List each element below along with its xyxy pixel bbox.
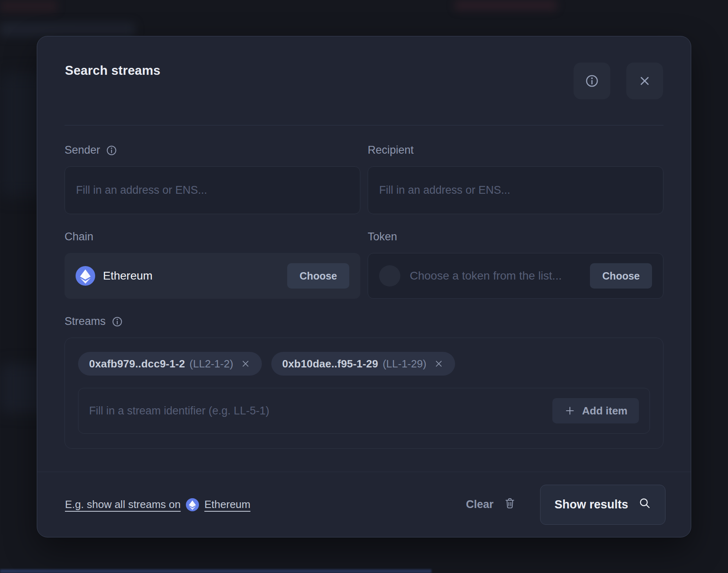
- dialog-title: Search streams: [65, 63, 161, 78]
- recipient-label: Recipient: [368, 144, 663, 157]
- chain-selected-value: Ethereum: [103, 269, 152, 282]
- example-chain-text: Ethereum: [204, 498, 250, 511]
- dialog-footer: E.g. show all streams on Ethereum Clear: [37, 472, 691, 537]
- token-placeholder-text: Choose a token from the list...: [410, 269, 562, 282]
- token-placeholder-circle: [379, 265, 400, 286]
- search-icon: [638, 497, 651, 513]
- token-label: Token: [368, 231, 663, 243]
- streams-container: 0xafb979..dcc9-1-2 (LL2-1-2) 0xb10dae..f…: [65, 338, 663, 449]
- header-actions: [574, 63, 663, 99]
- sender-input[interactable]: [65, 166, 360, 214]
- plus-icon: [564, 405, 576, 417]
- stream-chip: 0xb10dae..f95-1-29 (LL-1-29): [271, 352, 455, 376]
- token-label-text: Token: [368, 231, 397, 243]
- background-artifact: [0, 569, 431, 573]
- background-artifact: [455, 0, 557, 11]
- stream-identifier-input[interactable]: [89, 405, 552, 417]
- stream-chip-alias: (LL2-1-2): [190, 358, 233, 370]
- address-row: Sender Recipient: [65, 125, 663, 214]
- token-field-group: Token Choose a token from the list... Ch…: [368, 214, 663, 299]
- screen-background: Search streams: [0, 0, 728, 573]
- stream-chip: 0xafb979..dcc9-1-2 (LL2-1-2): [78, 352, 262, 376]
- stream-identifier-row: Add item: [78, 388, 650, 434]
- chain-token-row: Chain Ethereum Choose: [65, 214, 663, 299]
- show-results-button[interactable]: Show results: [540, 485, 665, 525]
- trash-icon: [503, 497, 516, 513]
- chain-choose-button[interactable]: Choose: [287, 263, 349, 289]
- stream-chips: 0xafb979..dcc9-1-2 (LL2-1-2) 0xb10dae..f…: [78, 352, 650, 376]
- background-artifact: [0, 0, 57, 12]
- chain-selector: Ethereum Choose: [65, 253, 360, 299]
- remove-icon[interactable]: [240, 358, 251, 369]
- ethereum-logo: [186, 498, 199, 511]
- search-streams-dialog: Search streams: [37, 36, 691, 537]
- recipient-field-group: Recipient: [368, 125, 663, 214]
- add-item-button[interactable]: Add item: [552, 398, 639, 423]
- info-icon[interactable]: [106, 145, 117, 156]
- dialog-body: Sender Recipient: [37, 125, 691, 472]
- chain-field-group: Chain Ethereum Choose: [65, 214, 360, 299]
- clear-label: Clear: [466, 498, 494, 511]
- close-icon: [637, 73, 652, 89]
- recipient-input[interactable]: [368, 166, 663, 214]
- ethereum-logo: [76, 266, 95, 286]
- stream-chip-alias: (LL-1-29): [383, 358, 427, 370]
- sender-label-text: Sender: [65, 144, 100, 157]
- chain-label-text: Chain: [65, 231, 94, 243]
- stream-chip-id: 0xafb979..dcc9-1-2: [89, 358, 185, 370]
- close-button[interactable]: [626, 63, 663, 99]
- show-results-label: Show results: [554, 498, 628, 511]
- info-icon[interactable]: [112, 316, 123, 327]
- info-button[interactable]: [574, 63, 610, 99]
- info-icon: [584, 73, 600, 89]
- remove-icon[interactable]: [433, 358, 444, 369]
- sender-label: Sender: [65, 144, 360, 157]
- chain-label: Chain: [65, 231, 360, 243]
- background-artifact: [0, 22, 135, 36]
- sender-field-group: Sender: [65, 125, 360, 214]
- dialog-header: Search streams: [37, 36, 691, 99]
- token-selector: Choose a token from the list... Choose: [368, 253, 663, 299]
- show-all-streams-link[interactable]: E.g. show all streams on Ethereum: [65, 498, 250, 511]
- streams-label-text: Streams: [65, 315, 106, 328]
- streams-label: Streams: [65, 315, 663, 328]
- recipient-label-text: Recipient: [368, 144, 414, 157]
- clear-button[interactable]: Clear: [466, 497, 516, 513]
- stream-chip-id: 0xb10dae..f95-1-29: [282, 358, 378, 370]
- add-item-label: Add item: [582, 405, 628, 417]
- token-choose-button[interactable]: Choose: [590, 263, 652, 289]
- example-link-text: E.g. show all streams on: [65, 498, 181, 511]
